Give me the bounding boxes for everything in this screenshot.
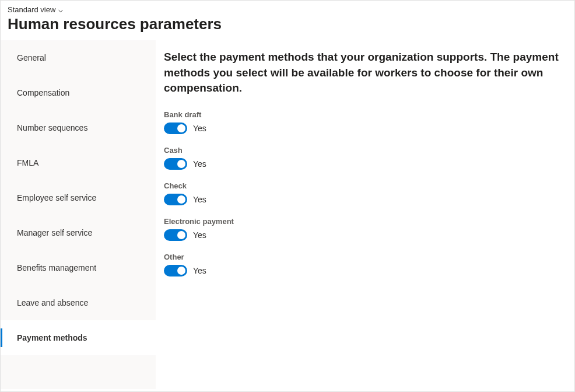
sidebar-item-number-sequences[interactable]: Number sequences: [1, 110, 156, 145]
sidebar-item-benefits-management[interactable]: Benefits management: [1, 250, 156, 285]
toggle-label: Check: [164, 181, 563, 190]
toggle-switch-other[interactable]: [164, 265, 187, 276]
sidebar-item-payment-methods[interactable]: Payment methods: [1, 320, 156, 355]
sidebar-item-label: General: [17, 53, 46, 62]
sidebar-item-compensation[interactable]: Compensation: [1, 75, 156, 110]
toggle-value: Yes: [193, 266, 206, 275]
main-content: Select the payment methods that your org…: [156, 40, 574, 389]
toggle-switch-bank-draft[interactable]: [164, 123, 187, 134]
sidebar-item-manager-self-service[interactable]: Manager self service: [1, 215, 156, 250]
view-selector-label: Standard view: [8, 5, 55, 14]
sidebar-item-label: FMLA: [17, 158, 38, 167]
sidebar-nav: General Compensation Number sequences FM…: [1, 40, 156, 389]
toggle-switch-electronic-payment[interactable]: [164, 229, 187, 241]
toggle-label: Bank draft: [164, 110, 563, 119]
page-title: Human resources parameters: [8, 15, 567, 33]
sidebar-item-label: Leave and absence: [17, 298, 88, 307]
view-selector[interactable]: Standard view: [8, 5, 64, 14]
sidebar-item-general[interactable]: General: [1, 40, 156, 75]
sidebar-item-label: Compensation: [17, 88, 69, 97]
sidebar-item-label: Benefits management: [17, 263, 96, 272]
sidebar-item-fmla[interactable]: FMLA: [1, 145, 156, 180]
sidebar-item-label: Manager self service: [17, 228, 92, 237]
toggle-label: Other: [164, 253, 563, 261]
sidebar-item-label: Payment methods: [17, 333, 87, 342]
toggle-value: Yes: [193, 124, 206, 133]
toggle-group-check: Check Yes: [164, 181, 563, 205]
toggle-value: Yes: [193, 159, 206, 169]
toggle-value: Yes: [193, 195, 206, 204]
toggle-group-bank-draft: Bank draft Yes: [164, 110, 563, 134]
toggle-group-electronic-payment: Electronic payment Yes: [164, 217, 563, 241]
toggle-value: Yes: [193, 230, 206, 240]
toggle-group-cash: Cash Yes: [164, 146, 563, 170]
toggle-label: Cash: [164, 146, 563, 155]
instructions-text: Select the payment methods that your org…: [164, 50, 563, 96]
sidebar-item-leave-and-absence[interactable]: Leave and absence: [1, 285, 156, 320]
sidebar-item-label: Employee self service: [17, 193, 96, 202]
toggle-group-other: Other Yes: [164, 253, 563, 276]
sidebar-item-employee-self-service[interactable]: Employee self service: [1, 180, 156, 215]
sidebar-item-label: Number sequences: [17, 123, 87, 132]
toggle-switch-cash[interactable]: [164, 158, 187, 170]
toggle-label: Electronic payment: [164, 217, 563, 226]
chevron-down-icon: [58, 7, 64, 13]
toggle-switch-check[interactable]: [164, 194, 187, 205]
